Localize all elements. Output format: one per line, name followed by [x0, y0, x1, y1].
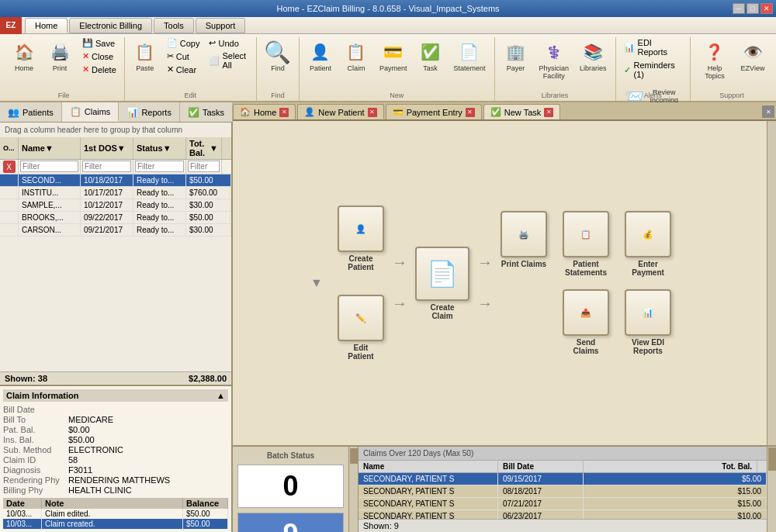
workflow-scrollbar[interactable] [767, 121, 776, 445]
list-item[interactable]: SECOND... 10/18/2017 Ready to... $50.00 [0, 174, 231, 187]
cut-button[interactable]: ✂ Cut [164, 50, 203, 62]
physician-facility-button[interactable]: ⚕️ PhysicianFacility [535, 37, 573, 82]
delete-button[interactable]: ✕ Delete [79, 64, 120, 75]
reminders-button[interactable]: ✓ Reminders (1) [621, 60, 685, 80]
statement-label: Statement [453, 64, 485, 72]
create-claim-node[interactable]: 📄 CreateClaim [415, 247, 469, 320]
menu-tab-support[interactable]: Support [196, 18, 246, 33]
tab-patients[interactable]: 👥 Patients [0, 102, 62, 122]
statement-button[interactable]: 📄 Statement [449, 37, 489, 74]
ribbon-libraries-items: 🏢 Payer ⚕️ PhysicianFacility 📚 Libraries [500, 37, 611, 95]
payment-entry-tab-close[interactable]: ✕ [466, 108, 475, 117]
list-item[interactable]: BROOKS,... 09/22/2017 Ready to... $50.00 [0, 212, 231, 224]
menu-tab-tools[interactable]: Tools [154, 18, 194, 33]
patient-button[interactable]: 👤 Patient [304, 37, 337, 74]
claims-col-bill-date[interactable]: Bill Date [498, 461, 584, 472]
tab-payment-entry[interactable]: 💳 Payment Entry ✕ [386, 104, 482, 119]
bill-to-label: Bill To [3, 415, 65, 424]
claims-rows: SECONDARY, PATIENT S 09/15/2017 $5.00 SE… [359, 473, 767, 519]
list-item[interactable]: INSTITU... 10/17/2017 Ready to... $760.0… [0, 187, 231, 199]
tab-claims[interactable]: 📋 Claims [62, 102, 120, 122]
home-button[interactable]: 🏠 Home [8, 37, 40, 88]
save-button[interactable]: 💾 Save [79, 37, 120, 49]
list-item[interactable]: CARSON... 09/21/2017 Ready to... $30.00 [0, 224, 231, 237]
col-order[interactable]: O... [0, 137, 19, 159]
undo-button[interactable]: ↩ Undo [206, 37, 251, 49]
col-dos[interactable]: 1st DOS ▼ [81, 137, 133, 159]
create-patient-node[interactable]: 👤 CreatePatient [338, 206, 384, 271]
col-status[interactable]: Status ▼ [133, 137, 186, 159]
ribbon-group-file: 🏠 Home 🖨️ Print 💾 Save ✕ Close ✕ Delete [3, 37, 125, 101]
payment-entry-tab-label: Payment Entry [407, 108, 462, 117]
tab-tasks[interactable]: ✅ Tasks [180, 102, 233, 122]
patient-statements-node[interactable]: 📋 PatientStatements [563, 211, 609, 277]
claims-row[interactable]: SECONDARY, PATIENT S 08/18/2017 $15.00 [359, 485, 767, 498]
edit-patient-node[interactable]: ✏️ EditPatient [338, 295, 384, 361]
new-task-tab-close[interactable]: ✕ [544, 108, 553, 117]
close-button[interactable]: ✕ Close [79, 50, 120, 62]
ribbon-edit-items: 📋 Paste 📄 Copy ✂ Cut ✕ Clear [130, 37, 251, 112]
filter-balance-input[interactable] [188, 161, 220, 172]
ribbon-find-items: 🔍 Find [262, 37, 294, 87]
note-text: Claim created. [42, 519, 183, 529]
ezview-button[interactable]: 👁️ EZView [737, 37, 768, 82]
print-button[interactable]: 🖨️ Print [43, 37, 76, 88]
payment-button[interactable]: 💳 Payment [376, 37, 411, 74]
print-label: Print [53, 64, 68, 72]
new-patient-tab-close[interactable]: ✕ [368, 108, 377, 117]
menu-tab-electronic-billing[interactable]: Electronic Billing [69, 18, 152, 33]
note-row[interactable]: 10/03... Claim created. $50.00 [3, 519, 228, 529]
clear-label: Clear [176, 65, 196, 74]
workflow-scroll-arrow[interactable]: ▼ [310, 276, 323, 290]
all-tabs-close[interactable]: ✕ [762, 105, 774, 118]
view-edi-reports-node[interactable]: 📊 View EDIReports [625, 289, 671, 355]
reports-tab-label: Reports [141, 108, 171, 117]
claim-button[interactable]: 📋 Claim [340, 37, 372, 74]
tab-home[interactable]: 🏠 Home ✕ [233, 104, 296, 119]
filter-clear-button[interactable]: X [3, 161, 16, 173]
claim-info-expand[interactable]: ▲ [217, 391, 225, 400]
claims-row[interactable]: SECONDARY, PATIENT S 06/23/2017 $10.00 [359, 510, 767, 519]
batch-scrollbar[interactable] [349, 447, 359, 532]
col-balance[interactable]: Tot. Bal. ▼ [186, 137, 222, 159]
select-all-button[interactable]: ⬜ Select All [206, 50, 251, 71]
send-claims-node[interactable]: 📤 SendClaims [563, 289, 609, 355]
maximize-button[interactable]: □ [747, 3, 759, 14]
tab-new-patient[interactable]: 👤 New Patient ✕ [297, 104, 383, 119]
claims-row[interactable]: SECONDARY, PATIENT S 07/21/2017 $15.00 [359, 498, 767, 510]
paste-button[interactable]: 📋 Paste [130, 37, 161, 100]
home-tab-close[interactable]: ✕ [279, 108, 289, 117]
find-button[interactable]: 🔍 Find [262, 37, 294, 74]
claims-col-balance[interactable]: Tot. Bal. [584, 461, 757, 472]
help-topics-button[interactable]: ❓ Help Topics [695, 37, 734, 82]
claims-col-name[interactable]: Name [359, 461, 498, 472]
print-claims-node[interactable]: 🖨️ Print Claims [501, 211, 547, 277]
payer-button[interactable]: 🏢 Payer [500, 37, 532, 82]
note-balance: $50.00 [183, 509, 228, 519]
logo-button[interactable]: EZ [0, 17, 22, 34]
filter-dos-input[interactable] [82, 161, 131, 172]
minimize-button[interactable]: ─ [733, 3, 745, 14]
edi-reports-button[interactable]: 📊 EDI Reports [621, 37, 685, 57]
filter-name-input[interactable] [20, 161, 78, 172]
libraries-button[interactable]: 📚 Libraries [576, 37, 611, 82]
claims-row[interactable]: SECONDARY, PATIENT S 09/15/2017 $5.00 [359, 473, 767, 485]
note-column-headers: Date Note Balance [3, 498, 228, 509]
col-name[interactable]: Name ▼ [19, 137, 81, 159]
list-item[interactable]: SAMPLE,... 10/12/2017 Ready to... $30.00 [0, 199, 231, 212]
tab-reports[interactable]: 📊 Reports [119, 102, 180, 122]
note-row[interactable]: 10/03... Claim edited. $50.00 [3, 509, 228, 519]
filter-status-input[interactable] [135, 161, 184, 172]
task-button[interactable]: ✅ Task [414, 37, 446, 74]
copy-button[interactable]: 📄 Copy [164, 37, 203, 49]
enter-payment-node[interactable]: 💰 EnterPayment [625, 211, 671, 277]
claims-scrollbar[interactable] [767, 447, 776, 532]
batch-item-0[interactable]: 0 [237, 465, 344, 508]
tab-new-task[interactable]: ✅ New Task ✕ [483, 104, 560, 119]
row-balance: $30.00 [186, 224, 231, 236]
window-close-button[interactable]: ✕ [760, 3, 773, 14]
clear-button[interactable]: ✕ Clear [164, 64, 203, 75]
workflow-arrows2: → → [477, 254, 493, 313]
batch-item-1[interactable]: 9 Claims Over 120 Day... [237, 513, 344, 532]
menu-tab-home[interactable]: Home [25, 18, 68, 33]
